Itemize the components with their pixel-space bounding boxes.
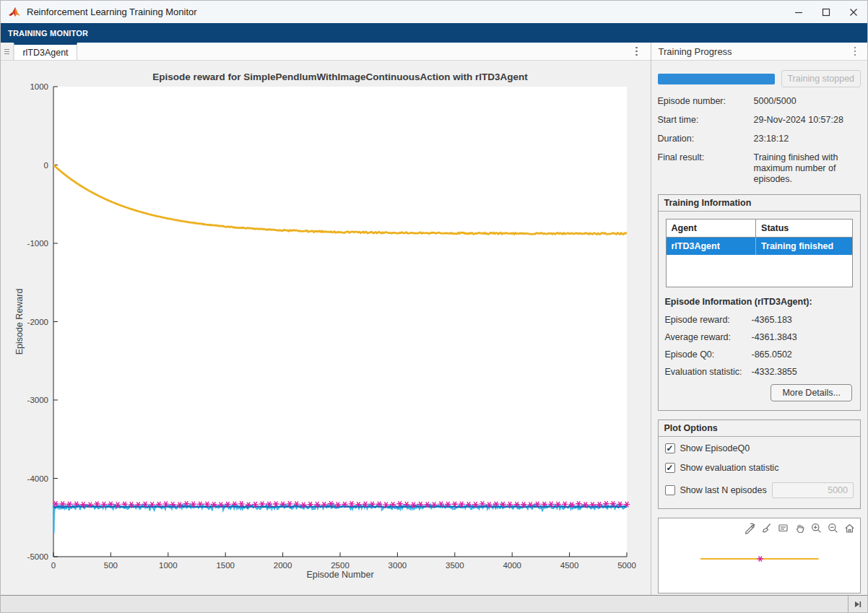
stat-average-reward: Average reward: -4361.3843	[665, 332, 854, 342]
field-duration: Duration: 23:18:12	[658, 134, 862, 144]
y-axis-label: Episode Reward	[14, 289, 25, 355]
chart-overflow-menu-button[interactable]	[628, 43, 646, 60]
grip-icon	[4, 49, 9, 54]
option-label: Show evaluation statistic	[680, 463, 779, 473]
episode-reward-chart[interactable]: 0500100015002000250030003500400045005000…	[1, 61, 651, 596]
x-tick-label: 5000	[617, 561, 636, 570]
tab-rltd3agent[interactable]: rlTD3Agent	[14, 43, 77, 60]
overflow-menu-icon	[635, 47, 638, 56]
stat-label: Episode reward:	[665, 315, 752, 325]
option-label: Show last N episodes	[680, 485, 767, 495]
stat-label: Episode Q0:	[665, 349, 752, 360]
field-start-time: Start time: 29-Nov-2024 10:57:28	[658, 115, 862, 126]
y-tick-label: 1000	[30, 82, 48, 91]
section-title: Training Information	[659, 195, 861, 212]
matlab-logo-icon	[8, 6, 21, 18]
y-tick-label: -4000	[27, 474, 48, 483]
agent-status-table: Agent Status rlTD3Agent Training finishe…	[666, 219, 854, 287]
column-header-status: Status	[755, 219, 852, 237]
training-progress-bar	[658, 74, 775, 84]
y-tick-label: -1000	[27, 239, 48, 248]
field-label: Episode number:	[658, 96, 754, 107]
field-value: 5000/5000	[754, 96, 862, 107]
show-last-n-episodes-checkbox[interactable]	[665, 485, 675, 495]
document-tab-bar: rlTD3Agent	[1, 43, 651, 61]
plot-preview-panel[interactable]	[658, 518, 862, 594]
option-show-last-n-episodes: Show last N episodes	[665, 482, 854, 498]
field-label: Final result:	[658, 152, 754, 185]
overflow-menu-icon	[854, 47, 856, 56]
training-stopped-button[interactable]: Training stopped	[781, 70, 862, 87]
option-label: Show EpisodeQ0	[680, 443, 750, 453]
status-bar	[1, 595, 867, 612]
y-tick-label: -5000	[27, 552, 48, 561]
x-tick-label: 3500	[446, 561, 464, 570]
tab-label: rlTD3Agent	[22, 48, 68, 58]
x-tick-label: 1000	[159, 561, 178, 570]
field-value: 29-Nov-2024 10:57:28	[754, 115, 862, 126]
show-evaluation-statistic-checkbox[interactable]: ✓	[665, 463, 675, 473]
training-information-panel: Training Information Agent Status rlTD3A…	[658, 194, 862, 411]
show-episodeq0-checkbox[interactable]: ✓	[665, 443, 675, 453]
field-value: 23:18:12	[754, 134, 862, 144]
table-row[interactable]: rlTD3Agent Training finished	[667, 238, 853, 255]
title-bar: Reinforcement Learning Training Monitor	[1, 1, 867, 23]
training-plot-area[interactable]: 0500100015002000250030003500400045005000…	[1, 61, 651, 595]
toolstrip-tab-training-monitor[interactable]: TRAINING MONITOR	[1, 23, 95, 43]
stat-value: -4361.3843	[752, 332, 797, 342]
zoom-out-icon[interactable]	[826, 521, 840, 535]
stat-episode-reward: Episode reward: -4365.183	[665, 315, 854, 325]
home-icon[interactable]	[843, 521, 856, 535]
minimize-button[interactable]	[785, 1, 812, 23]
training-progress-header: Training Progress	[651, 43, 868, 61]
panel-title: Training Progress	[651, 46, 846, 57]
field-final-result: Final result: Training finished with max…	[658, 152, 862, 185]
column-header-agent: Agent	[667, 219, 756, 237]
tab-drag-handle[interactable]	[1, 43, 14, 60]
x-tick-label: 2500	[331, 561, 350, 570]
last-n-episodes-input[interactable]	[772, 482, 854, 498]
stat-value: -4365.183	[752, 315, 792, 325]
section-title: Plot Options	[659, 420, 861, 437]
stat-evaluation-statistic: Evaluation statistic: -4332.3855	[665, 367, 854, 377]
maximize-button[interactable]	[812, 1, 840, 23]
option-show-evaluation-statistic: ✓ Show evaluation statistic	[665, 463, 854, 473]
stat-value: -4332.3855	[752, 367, 797, 377]
window-title: Reinforcement Learning Training Monitor	[27, 6, 785, 17]
brush-icon[interactable]	[760, 521, 773, 535]
field-value: Training finished with maximum number of…	[754, 152, 862, 185]
more-details-button[interactable]: More Details...	[771, 384, 852, 401]
toolstrip: TRAINING MONITOR	[1, 23, 867, 43]
episode-info-title: Episode Information (rlTD3Agent):	[665, 297, 854, 307]
expand-panel-button[interactable]	[848, 596, 867, 612]
stat-episode-q0: Episode Q0: -865.0502	[665, 349, 854, 360]
y-tick-label: -3000	[27, 396, 48, 404]
stat-label: Evaluation statistic:	[665, 367, 752, 377]
plot-options-panel: Plot Options ✓ Show EpisodeQ0 ✓ Show eva…	[658, 419, 862, 509]
field-label: Duration:	[658, 134, 754, 144]
y-tick-label: 0	[44, 161, 48, 170]
x-tick-label: 1500	[216, 561, 235, 570]
tab-bar-spacer	[77, 43, 628, 60]
x-tick-label: 3000	[389, 561, 407, 570]
panel-overflow-menu-button[interactable]	[846, 47, 864, 56]
pan-icon[interactable]	[793, 521, 807, 535]
table-header-row: Agent Status	[667, 219, 853, 238]
close-button[interactable]	[840, 1, 867, 23]
cell-status: Training finished	[755, 238, 852, 255]
field-label: Start time:	[658, 115, 754, 126]
zoom-in-icon[interactable]	[810, 521, 823, 535]
app-window: Reinforcement Learning Training Monitor …	[0, 0, 868, 613]
chart-title: Episode reward for SimplePendlumWithImag…	[152, 71, 528, 82]
x-tick-label: 500	[104, 561, 118, 570]
x-tick-label: 4500	[560, 561, 579, 570]
x-tick-label: 2000	[274, 561, 292, 570]
expand-right-icon	[854, 601, 862, 608]
option-show-episodeq0: ✓ Show EpisodeQ0	[665, 443, 854, 453]
stat-label: Average reward:	[665, 332, 752, 342]
table-empty-area	[667, 255, 853, 287]
x-tick-label: 0	[51, 561, 56, 570]
cell-agent: rlTD3Agent	[667, 238, 756, 255]
datatips-icon[interactable]	[776, 521, 790, 535]
export-icon[interactable]	[743, 521, 757, 535]
